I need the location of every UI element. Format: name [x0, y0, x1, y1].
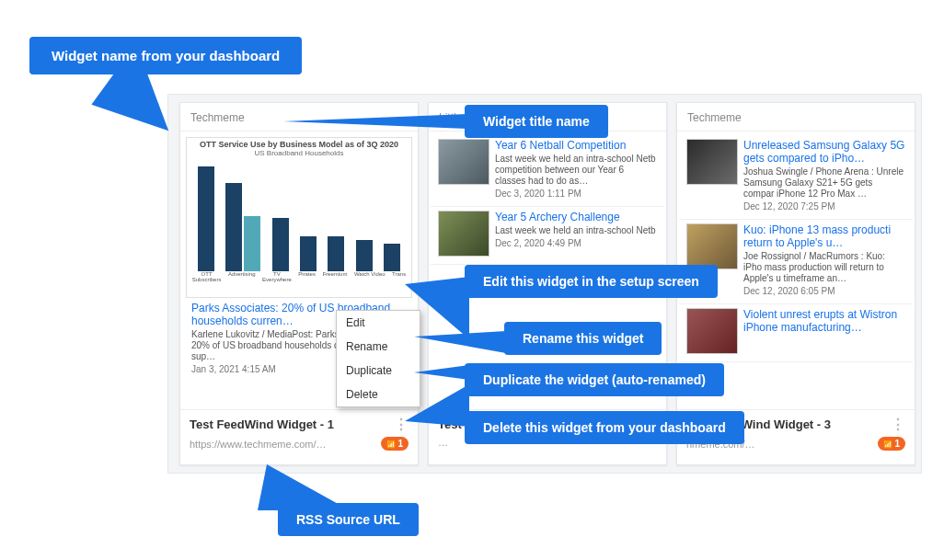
chart-subtitle: US Broadband Households — [189, 149, 409, 157]
callout-duplicate-wedge — [414, 365, 469, 380]
thumbnail — [686, 223, 738, 269]
item-desc: Joshua Swingle / Phone Arena : Unrele Sa… — [743, 166, 905, 200]
feed-item[interactable]: Year 6 Netball Competition Last week we … — [431, 135, 664, 207]
callout-delete: Delete this widget from your dashboard — [465, 411, 744, 444]
thumbnail — [686, 308, 738, 354]
item-title[interactable]: Kuo: iPhone 13 mass producti return to A… — [743, 223, 905, 249]
item-title[interactable]: Year 6 Netball Competition — [495, 139, 657, 152]
ctx-duplicate[interactable]: Duplicate — [337, 359, 420, 383]
chart-title: OTT Service Use by Business Model as of … — [189, 140, 409, 149]
callout-rss-url: RSS Source URL — [278, 503, 419, 536]
chart-bars — [192, 161, 406, 271]
rss-badge[interactable]: 1 — [381, 437, 409, 451]
widget-source-1: https://www.techmeme.com/… — [190, 439, 327, 450]
feed-item[interactable]: Unreleased Samsung Galaxy 5G gets compar… — [679, 135, 913, 220]
item-desc: Joe Rossignol / MacRumors : Kuo: iPho ma… — [743, 251, 905, 284]
thumbnail — [686, 139, 738, 185]
widget-card-1: Techmeme OTT Service Use by Business Mod… — [179, 102, 419, 465]
callout-widget-name: Widget name from your dashboard — [29, 37, 302, 74]
chart-xlabels: OTTSubscribersAdvertisingTVEverywherePir… — [189, 271, 409, 282]
item-desc: Last week we held an intra-school Netb — [495, 225, 657, 236]
item-date: Dec 3, 2020 1:11 PM — [495, 189, 657, 199]
feed-item[interactable]: Year 5 Archery Challenge Last week we he… — [431, 207, 664, 265]
callout-duplicate: Duplicate the widget (auto-renamed) — [465, 363, 724, 396]
chart-preview: OTT Service Use by Business Model as of … — [186, 137, 412, 298]
callout-edit: Edit this widget in the setup screen — [465, 265, 718, 298]
item-title[interactable]: Year 5 Archery Challenge — [495, 211, 657, 223]
thumbnail — [438, 139, 489, 185]
callout-delete-wedge — [405, 384, 469, 427]
callout-rename-wedge — [414, 331, 506, 353]
item-title[interactable]: Violent unrest erupts at Wistron iPhone … — [743, 308, 905, 334]
widget-source-2: … — [438, 437, 448, 448]
widget-footer-1: Test FeedWind Widget - 1 ⋮ https://www.t… — [180, 409, 418, 464]
callout-edit-wedge — [405, 277, 469, 339]
item-title[interactable]: Unreleased Samsung Galaxy 5G gets compar… — [743, 139, 905, 165]
widget-name-1: Test FeedWind Widget - 1 — [190, 417, 334, 431]
item-date: Dec 2, 2020 4:49 PM — [495, 238, 657, 248]
rss-badge[interactable]: 1 — [878, 437, 905, 451]
feed-item[interactable]: Violent unrest erupts at Wistron iPhone … — [679, 304, 913, 362]
item-date: Dec 12, 2020 7:25 PM — [743, 201, 905, 211]
more-icon[interactable]: ⋮ — [891, 420, 905, 429]
callout-widget-title: Widget title name — [465, 105, 608, 138]
thumbnail — [438, 211, 489, 257]
item-date: Dec 12, 2020 6:05 PM — [743, 286, 905, 296]
item-desc: Last week we held an intra-school Netb c… — [495, 154, 657, 187]
widget-title-3: Techmeme — [677, 103, 915, 131]
callout-rename: Rename this widget — [504, 322, 662, 355]
callout-widget-title-wedge — [283, 114, 467, 129]
